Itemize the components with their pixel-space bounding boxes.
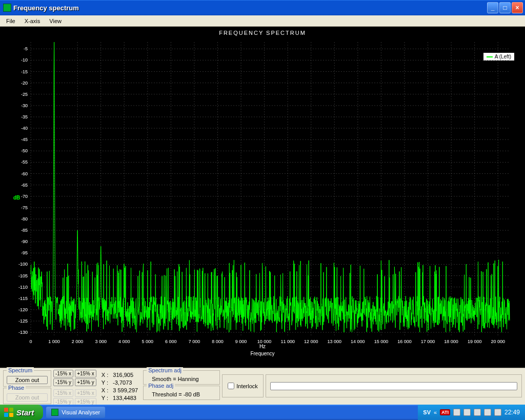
svg-text:-115: -115	[18, 296, 28, 301]
svg-text:-5: -5	[24, 46, 28, 51]
phase-y-label: Y :	[102, 395, 108, 401]
tray-ati-icon[interactable]: ATI	[440, 409, 450, 415]
start-label: Start	[16, 408, 34, 417]
interlock-checkbox[interactable]	[228, 383, 234, 389]
svg-text:-95: -95	[21, 250, 28, 255]
minimize-button[interactable]: _	[487, 2, 498, 13]
x-axis-label: Frequency	[0, 351, 525, 356]
tray-icon-2[interactable]	[463, 409, 471, 416]
phase-minus-15x-button[interactable]: -15% x	[53, 389, 73, 397]
spectrum-zoom-buttons: -15% x +15% x -15% y +15% y -15% x +15% …	[53, 370, 96, 403]
x-axis-unit: Hz	[0, 344, 525, 349]
phase-y-value: 133,4483	[113, 395, 136, 401]
maximize-button[interactable]: □	[499, 2, 511, 13]
windows-logo-icon	[4, 408, 13, 417]
svg-text:-120: -120	[18, 307, 28, 312]
phase-x-value: 3 599,297	[113, 387, 138, 393]
tray-icon-3[interactable]	[474, 409, 481, 416]
spectrum-plus-15y-button[interactable]: +15% y	[75, 378, 96, 386]
phase-group-title: Phase	[7, 385, 26, 391]
svg-text:-20: -20	[21, 81, 28, 86]
spectrum-group-title: Spectrum	[7, 367, 34, 373]
svg-text:-70: -70	[21, 194, 28, 199]
phase-adj-group: Phase adj Threshold = -80 dB	[143, 386, 220, 400]
svg-text:-125: -125	[18, 318, 28, 324]
app-icon	[3, 4, 11, 12]
tray-sv-badge[interactable]: SV	[423, 409, 431, 415]
chart-title: FREQUENCY SPECTRUM	[0, 30, 525, 36]
system-tray: SV « ATI 22:49	[418, 405, 525, 420]
svg-text:-50: -50	[21, 148, 28, 153]
progress-group	[266, 374, 522, 397]
svg-text:-40: -40	[21, 126, 28, 131]
menu-xaxis[interactable]: X-axis	[21, 17, 45, 25]
menubar: File X-axis View	[0, 15, 525, 27]
spectrum-plus-15x-button[interactable]: +15% x	[75, 370, 96, 377]
smooth-value: Smooth = Hanning	[147, 376, 216, 382]
svg-text:-75: -75	[21, 205, 28, 210]
svg-text:-65: -65	[21, 183, 28, 188]
tray-clock[interactable]: 22:49	[504, 409, 520, 416]
tray-icon-4[interactable]	[484, 409, 491, 416]
svg-text:-100: -100	[18, 262, 28, 267]
task-app-icon	[51, 409, 58, 416]
svg-text:-105: -105	[18, 273, 28, 278]
svg-text:-35: -35	[21, 114, 28, 119]
svg-text:-25: -25	[21, 92, 28, 97]
close-button[interactable]: ×	[512, 2, 523, 13]
spectrum-plot[interactable]: 01 0002 0003 0004 0005 0006 0007 0008 00…	[31, 42, 510, 337]
svg-text:-45: -45	[21, 137, 28, 142]
svg-text:-55: -55	[21, 159, 28, 165]
window-buttons: _ □ ×	[487, 2, 523, 13]
phase-x-label: X :	[102, 387, 108, 393]
threshold-value: Threshold = -80 dB	[147, 391, 216, 397]
titlebar: Frequency spectrum _ □ ×	[0, 0, 525, 15]
chart-panel: FREQUENCY SPECTRUM dB A (Left) 01 0002 0…	[0, 27, 525, 368]
svg-text:-85: -85	[21, 228, 28, 233]
phase-zoom-out-button[interactable]: Zoom out	[7, 393, 48, 402]
controls-row: Spectrum Zoom out Phase Zoom out -15% x …	[0, 368, 525, 405]
taskbar: Start Visual Analyser SV « ATI 22:49	[0, 405, 525, 420]
progress-bar	[270, 382, 517, 390]
svg-text:-90: -90	[21, 239, 28, 244]
phase-adj-title: Phase adj	[147, 383, 175, 389]
spectrum-adj-title: Spectrum adj	[147, 367, 183, 373]
y-axis-label: dB	[13, 194, 20, 200]
svg-text:-130: -130	[18, 330, 28, 335]
svg-text:-10: -10	[21, 57, 28, 63]
task-label: Visual Analyser	[62, 409, 100, 415]
svg-text:-15: -15	[21, 69, 28, 74]
interlock-label: Interlock	[236, 383, 258, 389]
spec-x-value: 316,905	[113, 372, 133, 378]
menu-view[interactable]: View	[45, 17, 66, 25]
tray-icon-1[interactable]	[453, 409, 460, 416]
start-button[interactable]: Start	[0, 405, 43, 420]
phase-group: Phase Zoom out	[3, 388, 51, 404]
spec-x-label: X :	[102, 372, 108, 378]
svg-text:-110: -110	[18, 285, 28, 290]
spectrum-minus-15x-button[interactable]: -15% x	[53, 370, 73, 377]
spec-y-value: -3,7073	[113, 379, 132, 386]
svg-text:-80: -80	[21, 216, 28, 222]
phase-plus-15x-button[interactable]: +15% x	[75, 389, 96, 397]
spectrum-minus-15y-button[interactable]: -15% y	[53, 378, 73, 386]
spectrum-zoom-out-button[interactable]: Zoom out	[7, 376, 48, 384]
svg-text:-60: -60	[21, 171, 28, 176]
tray-separator-icon: «	[434, 409, 437, 415]
tray-icon-5[interactable]	[494, 409, 501, 416]
taskbar-item-visual-analyser[interactable]: Visual Analyser	[46, 407, 105, 418]
window-title: Frequency spectrum	[13, 4, 487, 12]
interlock-group: Interlock	[222, 374, 264, 397]
spec-y-label: Y :	[102, 379, 108, 386]
svg-text:-30: -30	[21, 103, 28, 108]
menu-file[interactable]: File	[2, 17, 19, 25]
